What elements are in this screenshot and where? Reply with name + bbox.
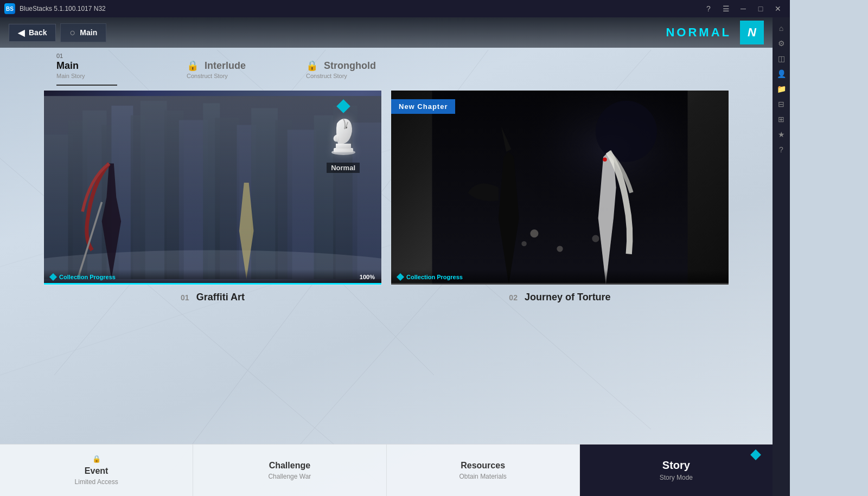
main-button[interactable]: ○ Main <box>60 23 106 42</box>
chapter-1-name: Graffiti Art <box>196 292 245 302</box>
bottom-nav-event[interactable]: 🔒 Event Limited Access <box>0 445 193 496</box>
diamond-indicator <box>336 99 350 113</box>
svg-point-37 <box>603 157 607 162</box>
story-sub: Story Mode <box>660 474 693 481</box>
event-label: Event <box>85 466 108 476</box>
top-nav: ◀ Back ○ Main NORMAL N <box>0 17 773 48</box>
chapter-tabs: 01 Main Main Story 🔒 Interlude Construct… <box>0 48 773 86</box>
story-diamond-icon <box>750 449 761 460</box>
bottom-nav: 🔒 Event Limited Access Challenge Challen… <box>0 444 773 496</box>
mode-icon: N <box>740 21 764 44</box>
sidebar-star-icon[interactable]: ★ <box>775 128 788 141</box>
progress-diamond-icon-2 <box>397 273 404 281</box>
sidebar-settings-icon[interactable]: ⚙ <box>775 37 788 50</box>
help-button[interactable]: ? <box>701 3 716 14</box>
tab-interlude-name: 🔒 Interlude <box>187 60 247 72</box>
svg-point-36 <box>596 101 657 162</box>
svg-point-39 <box>557 246 563 252</box>
chapter-2-bg <box>391 91 729 285</box>
ch2-backdrop <box>391 91 729 285</box>
chapter-2-name: Journey of Torture <box>525 292 611 302</box>
mode-label: NORMAL <box>666 25 731 40</box>
tab-stronghold-sub: Construct Story <box>306 73 376 79</box>
challenge-sub: Challenge War <box>268 473 311 480</box>
chess-piece-icon <box>327 115 360 156</box>
nav-right: NORMAL N <box>666 21 764 44</box>
challenge-label: Challenge <box>269 461 310 471</box>
new-chapter-badge: New Chapter <box>391 99 455 114</box>
svg-point-40 <box>521 241 526 246</box>
sidebar-sliders-icon[interactable]: ⊟ <box>775 98 788 111</box>
sidebar-layers-icon[interactable]: ◫ <box>775 52 788 65</box>
progress-percent-ch1: 100% <box>360 274 375 280</box>
progress-diamond-icon <box>49 273 57 281</box>
right-sidebar: ⌂ ⚙ ◫ 👤 📁 ⊟ ⊞ ★ ? <box>773 17 790 496</box>
lock-icon-stronghold: 🔒 <box>306 60 318 71</box>
app-logo: BS <box>4 3 15 14</box>
progress-fill-ch1 <box>44 283 381 285</box>
app-title: BlueStacks 5.1.100.1017 N32 <box>20 5 106 12</box>
lock-icon-event: 🔒 <box>92 455 101 463</box>
chapter-1-number: 01 <box>181 293 189 302</box>
content-area: Normal Collection Progress 100% 01 Graff… <box>0 86 773 444</box>
bottom-nav-challenge[interactable]: Challenge Challenge War <box>193 445 386 496</box>
progress-bar-ch2: Collection Progress <box>391 269 729 285</box>
progress-track-ch1 <box>44 283 381 285</box>
progress-label-ch2: Collection Progress <box>398 274 463 280</box>
event-sub: Limited Access <box>75 478 118 486</box>
menu-button[interactable]: ☰ <box>718 3 733 14</box>
lock-icon-interlude: 🔒 <box>187 60 199 71</box>
tab-interlude[interactable]: 🔒 Interlude Construct Story <box>174 55 260 86</box>
progress-track-ch2 <box>391 283 729 285</box>
story-label: Story <box>662 459 690 472</box>
sidebar-grid-icon[interactable]: ⊞ <box>775 113 788 126</box>
back-button[interactable]: ◀ Back <box>9 24 56 42</box>
back-arrow-icon: ◀ <box>18 28 24 38</box>
tab-interlude-sub: Construct Story <box>187 73 247 79</box>
chapter-2-title: 02 Journey of Torture <box>391 285 729 305</box>
maximize-button[interactable]: □ <box>753 3 768 14</box>
titlebar: BS BlueStacks 5.1.100.1017 N32 ? ☰ ─ □ ✕ <box>0 0 790 17</box>
minimize-button[interactable]: ─ <box>736 3 751 14</box>
svg-point-41 <box>592 235 599 242</box>
circle-icon: ○ <box>69 27 75 38</box>
close-button[interactable]: ✕ <box>770 3 786 14</box>
chapter-2-number: 02 <box>509 293 518 302</box>
chapter-card-2[interactable]: New Chapter Collection Progress 02 Journ… <box>391 90 729 305</box>
sidebar-help-icon[interactable]: ? <box>775 143 788 156</box>
chapter-2-image: New Chapter Collection Progress <box>391 90 729 285</box>
resources-sub: Obtain Materials <box>459 473 506 480</box>
chapter-1-image: Normal Collection Progress 100% <box>43 90 382 285</box>
chess-normal-label: Normal <box>327 163 360 173</box>
svg-rect-32 <box>336 144 351 149</box>
main-label: Main <box>80 28 97 37</box>
progress-label-ch1: Collection Progress <box>50 274 116 280</box>
sidebar-home-icon[interactable]: ⌂ <box>775 22 788 35</box>
sidebar-user-icon[interactable]: 👤 <box>775 67 788 80</box>
tab-main-number: 01 <box>56 53 117 59</box>
chapter-1-title: 01 Graffiti Art <box>43 285 382 305</box>
tab-main-name: Main <box>56 60 117 72</box>
svg-point-38 <box>530 229 538 237</box>
back-label: Back <box>29 28 47 37</box>
game-area: ◀ Back ○ Main NORMAL N 01 Main Main Stor… <box>0 17 773 496</box>
tab-main-sub: Main Story <box>56 73 117 79</box>
tab-main[interactable]: 01 Main Main Story <box>43 48 130 86</box>
bottom-nav-story[interactable]: Story Story Mode <box>580 445 773 496</box>
resources-label: Resources <box>461 461 505 471</box>
progress-bar-ch1: Collection Progress 100% <box>44 269 381 285</box>
chess-piece-container: Normal <box>327 101 360 173</box>
bottom-nav-resources[interactable]: Resources Obtain Materials <box>387 445 580 496</box>
window-controls: ? ☰ ─ □ ✕ <box>701 3 786 14</box>
tab-stronghold-name: 🔒 Stronghold <box>306 60 376 72</box>
sidebar-folder-icon[interactable]: 📁 <box>775 82 788 95</box>
chapter-card-1[interactable]: Normal Collection Progress 100% 01 Graff… <box>43 90 382 305</box>
tab-stronghold[interactable]: 🔒 Stronghold Construct Story <box>293 55 389 86</box>
